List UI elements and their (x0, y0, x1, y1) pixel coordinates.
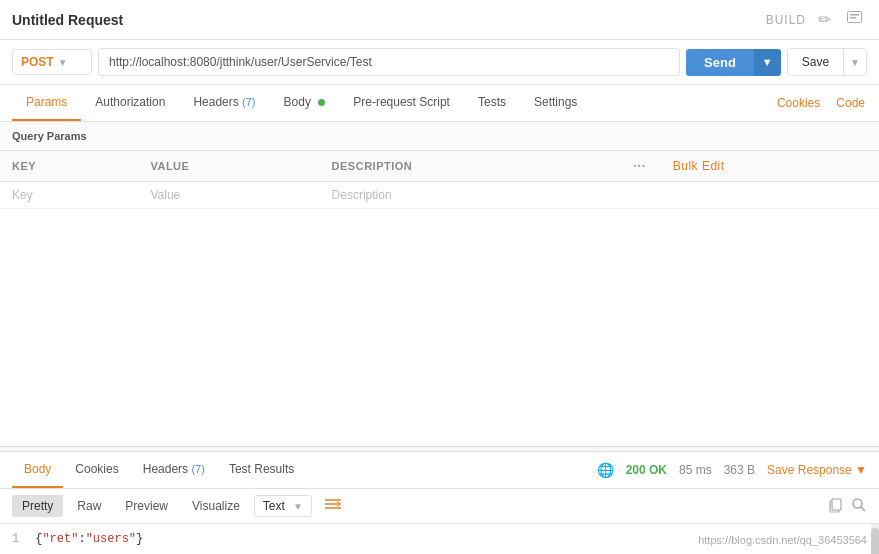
build-label: BUILD (766, 13, 806, 27)
response-tabs-left: Body Cookies Headers (7) Test Results (12, 452, 306, 488)
tab-body[interactable]: Body (270, 85, 340, 121)
params-table-header-row: KEY VALUE DESCRIPTION ··· Bulk Edit (0, 151, 879, 182)
format-type-dropdown[interactable]: Text ▼ (254, 495, 312, 517)
description-cell[interactable]: Description (320, 182, 621, 209)
empty-area (0, 209, 879, 446)
response-time: 85 ms (679, 463, 712, 477)
send-button[interactable]: Send (686, 49, 754, 76)
tab-tests[interactable]: Tests (464, 85, 520, 121)
share-button[interactable] (843, 9, 867, 31)
save-response-chevron-icon: ▼ (855, 463, 867, 477)
save-button-group: Save ▼ (787, 48, 867, 76)
save-response-button[interactable]: Save Response ▼ (767, 463, 867, 477)
tab-authorization[interactable]: Authorization (81, 85, 179, 121)
col-value: VALUE (138, 151, 319, 182)
table-row: Key Value Description (0, 182, 879, 209)
format-bar: Pretty Raw Preview Visualize Text ▼ (0, 489, 879, 524)
copy-response-button[interactable] (827, 497, 843, 516)
save-button[interactable]: Save (788, 49, 843, 75)
search-response-button[interactable] (851, 497, 867, 516)
format-tab-preview[interactable]: Preview (115, 495, 178, 517)
request-title: Untitled Request (12, 12, 123, 28)
url-bar: POST ▼ Send ▼ Save ▼ (0, 40, 879, 85)
col-actions: ··· (621, 151, 661, 182)
headers-badge: (7) (242, 96, 255, 108)
response-tab-headers[interactable]: Headers (7) (131, 452, 217, 488)
response-tab-testresults[interactable]: Test Results (217, 452, 306, 488)
header: Untitled Request BUILD ✏ (0, 0, 879, 40)
cookies-link[interactable]: Cookies (775, 86, 822, 120)
response-tab-body[interactable]: Body (12, 452, 63, 488)
query-params-title: Query Params (0, 122, 879, 151)
svg-rect-1 (850, 14, 859, 16)
url-input[interactable] (98, 48, 680, 76)
response-tab-cookies[interactable]: Cookies (63, 452, 130, 488)
line-number: 1 (12, 532, 19, 546)
header-actions: BUILD ✏ (766, 8, 867, 31)
bulk-edit-link[interactable]: Bulk Edit (673, 159, 725, 173)
vertical-scrollbar-thumb[interactable] (871, 528, 879, 554)
save-arrow-button[interactable]: ▼ (843, 49, 866, 75)
code-content: {"ret":"users"} (35, 532, 143, 546)
method-label: POST (21, 55, 54, 69)
params-table: KEY VALUE DESCRIPTION ··· Bulk Edit Key … (0, 151, 879, 209)
body-dot (318, 99, 325, 106)
wrap-icon[interactable] (324, 496, 342, 516)
watermark: https://blog.csdn.net/qq_36453564 (698, 534, 867, 546)
request-tabs-left: Params Authorization Headers (7) Body Pr… (12, 85, 591, 121)
more-icon[interactable]: ··· (633, 158, 646, 174)
format-tab-visualize[interactable]: Visualize (182, 495, 250, 517)
tab-headers[interactable]: Headers (7) (179, 85, 269, 121)
format-dropdown-chevron-icon: ▼ (293, 501, 303, 512)
tab-prerequest[interactable]: Pre-request Script (339, 85, 464, 121)
svg-point-8 (853, 499, 862, 508)
svg-rect-2 (850, 17, 856, 19)
format-bar-right (827, 497, 867, 516)
method-chevron-icon: ▼ (58, 57, 68, 68)
response-headers-badge: (7) (191, 463, 204, 475)
tab-settings[interactable]: Settings (520, 85, 591, 121)
send-button-group: Send ▼ (686, 49, 781, 76)
bulkedit-cell (661, 182, 879, 209)
format-tab-raw[interactable]: Raw (67, 495, 111, 517)
send-arrow-button[interactable]: ▼ (754, 49, 781, 76)
request-tabs-bar: Params Authorization Headers (7) Body Pr… (0, 85, 879, 122)
col-description: DESCRIPTION (320, 151, 621, 182)
response-size: 363 B (724, 463, 755, 477)
edit-button[interactable]: ✏ (814, 8, 835, 31)
request-tabs-right: Cookies Code (775, 86, 867, 120)
svg-rect-7 (832, 499, 841, 510)
col-key: KEY (0, 151, 138, 182)
col-bulk-edit: Bulk Edit (661, 151, 879, 182)
key-cell[interactable]: Key (0, 182, 138, 209)
format-tab-pretty[interactable]: Pretty (12, 495, 63, 517)
actions-cell (621, 182, 661, 209)
vertical-scrollbar-track[interactable] (871, 524, 879, 554)
response-meta: 🌐 200 OK 85 ms 363 B Save Response ▼ (597, 462, 867, 478)
globe-icon: 🌐 (597, 462, 614, 478)
response-status: 200 OK (626, 463, 667, 477)
value-cell[interactable]: Value (138, 182, 319, 209)
code-link[interactable]: Code (834, 86, 867, 120)
response-tabs-bar: Body Cookies Headers (7) Test Results 🌐 … (0, 452, 879, 489)
method-select[interactable]: POST ▼ (12, 49, 92, 75)
tab-params[interactable]: Params (12, 85, 81, 121)
svg-line-9 (861, 507, 865, 511)
format-bar-left: Pretty Raw Preview Visualize Text ▼ (12, 495, 342, 517)
app-container: Untitled Request BUILD ✏ POST ▼ Send ▼ S… (0, 0, 879, 554)
